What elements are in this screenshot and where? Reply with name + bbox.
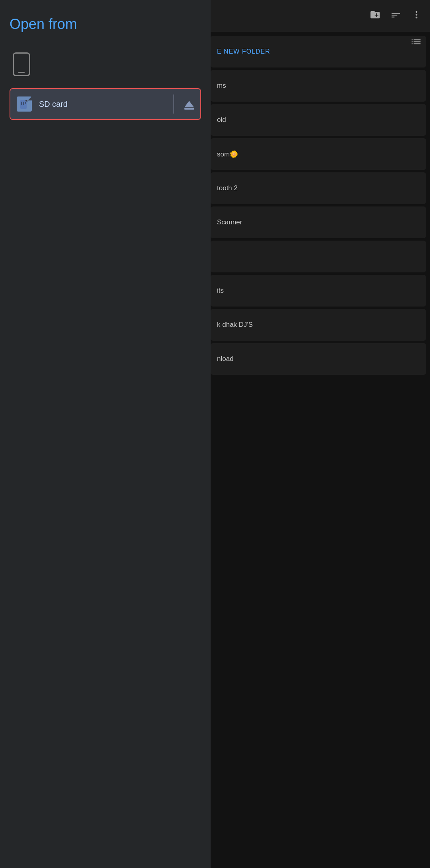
- eject-button[interactable]: [184, 101, 194, 107]
- new-folder-icon[interactable]: [370, 9, 381, 23]
- list-item[interactable]: [211, 241, 426, 272]
- file-item-label: k dhak DJ'S: [217, 321, 253, 329]
- list-item[interactable]: k dhak DJ'S: [211, 309, 426, 341]
- phone-storage-item[interactable]: [10, 52, 201, 76]
- sd-card-label: SD card: [39, 100, 68, 109]
- sort-icon[interactable]: [390, 9, 401, 23]
- list-item[interactable]: ms: [211, 70, 426, 102]
- phone-icon: [13, 52, 30, 76]
- drawer-title: Open from: [10, 16, 201, 33]
- list-item[interactable]: E NEW FOLDER: [211, 36, 426, 68]
- list-view-icon[interactable]: [410, 36, 422, 49]
- file-item-label: tooth 2: [217, 184, 238, 192]
- list-item[interactable]: Scanner: [211, 206, 426, 238]
- sd-card-item[interactable]: SD card: [10, 88, 201, 120]
- toolbar: [207, 0, 430, 32]
- list-item[interactable]: som🌼: [211, 138, 426, 170]
- sd-card-icon: [17, 96, 32, 112]
- file-item-label: ms: [217, 82, 226, 90]
- list-item[interactable]: nload: [211, 343, 426, 375]
- file-item-label: oid: [217, 116, 226, 124]
- list-item[interactable]: oid: [211, 104, 426, 136]
- new-folder-item-label: E NEW FOLDER: [217, 48, 270, 55]
- file-item-label: its: [217, 287, 224, 295]
- svg-rect-1: [21, 102, 22, 105]
- divider: [173, 95, 174, 114]
- file-item-label: som🌼: [217, 150, 238, 158]
- list-item[interactable]: tooth 2: [211, 172, 426, 204]
- file-item-label: nload: [217, 355, 234, 363]
- more-options-icon[interactable]: [411, 9, 422, 23]
- file-item-label: Scanner: [217, 218, 242, 226]
- open-from-drawer: Open from SD card: [0, 0, 211, 868]
- list-item[interactable]: its: [211, 275, 426, 307]
- sd-card-label-area: SD card: [17, 96, 163, 112]
- svg-rect-3: [25, 102, 26, 104]
- file-list: E NEW FOLDER ms oid som🌼 tooth 2 Scanner…: [207, 32, 430, 868]
- svg-rect-2: [23, 102, 24, 105]
